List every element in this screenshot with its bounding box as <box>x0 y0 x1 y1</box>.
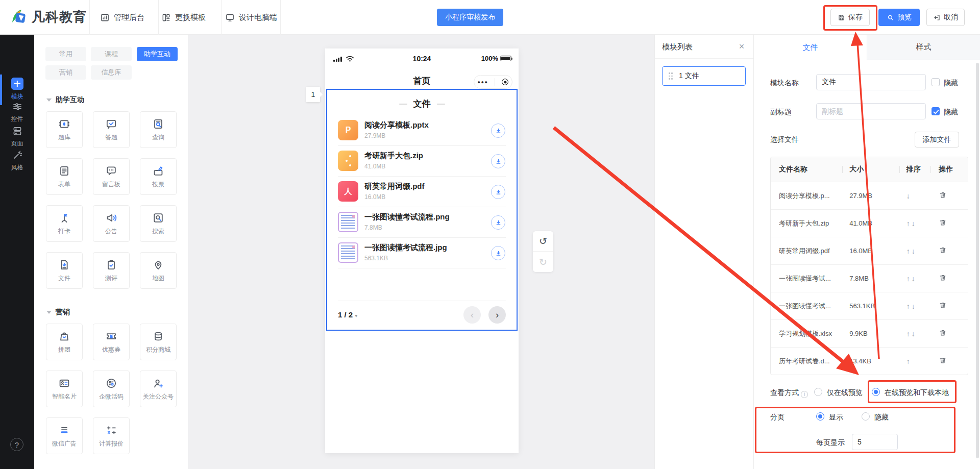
module-card-企微活码[interactable]: 企微活码 <box>93 371 130 407</box>
sort-up-icon[interactable]: ↑ <box>906 275 910 283</box>
rail-item-模块[interactable]: 模块 <box>0 78 34 101</box>
trash-icon[interactable] <box>939 218 947 227</box>
paging-option-label[interactable]: 显示 <box>829 413 843 422</box>
scrollbar-thumb[interactable] <box>976 63 979 458</box>
view-mode-radio-在线预览和下载本地[interactable] <box>872 388 880 396</box>
sort-down-icon[interactable]: ↓ <box>912 219 915 228</box>
module-card-关注公众号[interactable]: 关注公众号 <box>140 371 177 407</box>
trash-icon[interactable] <box>939 356 947 364</box>
module-card-留言板[interactable]: 留言板 <box>93 158 130 195</box>
sort-down-icon[interactable]: ↓ <box>912 275 915 283</box>
rail-item-控件[interactable]: 控件 <box>0 101 34 124</box>
download-button[interactable] <box>491 215 505 230</box>
category-tab-信息库[interactable]: 信息库 <box>91 65 132 80</box>
module-list-item-label: 1 文件 <box>679 71 699 81</box>
add-file-button[interactable]: 添加文件 <box>915 132 959 147</box>
phone-status-bar: 10:24 100% <box>325 48 519 69</box>
sort-down-icon[interactable]: ↓ <box>906 192 910 200</box>
module-card-智能名片[interactable]: 智能名片 <box>46 371 83 407</box>
category-tab-常用[interactable]: 常用 <box>45 47 86 61</box>
module-card-投票[interactable]: 投票 <box>140 158 177 195</box>
cell-file-name: 阅读分享模板.p... <box>771 191 842 201</box>
sort-up-icon[interactable]: ↑ <box>906 219 910 228</box>
module-card-公告[interactable]: 公告 <box>93 205 130 242</box>
cancel-label: 取消 <box>944 13 958 22</box>
hide-module-name-checkbox[interactable] <box>932 78 940 86</box>
sort-up-icon[interactable]: ↑ <box>906 302 910 310</box>
file-row: P阅读分享模板.pptx27.9MB <box>327 115 517 146</box>
module-card-打卡[interactable]: 打卡 <box>46 205 83 242</box>
tab-style[interactable]: 样式 <box>867 35 980 60</box>
module-card-优惠券[interactable]: 优惠券 <box>93 324 130 360</box>
trash-icon[interactable] <box>939 329 947 337</box>
redo-button[interactable]: ↻ <box>533 252 553 272</box>
view-mode-option-label[interactable]: 仅在线预览 <box>827 388 863 398</box>
save-button[interactable]: 保存 <box>830 9 870 26</box>
category-tab-营销[interactable]: 营销 <box>45 65 86 80</box>
trash-icon[interactable] <box>939 191 947 199</box>
module-card-查询[interactable]: 查询 <box>140 111 177 148</box>
publish-miniprogram-button[interactable]: 小程序审核发布 <box>437 9 503 26</box>
collapse-triangle-icon[interactable] <box>46 311 52 314</box>
module-card-计算报价[interactable]: 计算报价 <box>93 417 130 454</box>
undo-button[interactable]: ↺ <box>533 231 553 252</box>
hide-subtitle-checkbox[interactable] <box>932 107 940 115</box>
sort-down-icon[interactable]: ↓ <box>912 247 915 255</box>
download-button[interactable] <box>491 246 505 260</box>
trash-icon[interactable] <box>939 274 947 282</box>
close-icon[interactable]: × <box>736 41 747 52</box>
category-tab-课程[interactable]: 课程 <box>91 47 132 61</box>
paging-radio-隐藏[interactable] <box>862 412 870 421</box>
module-card-地图[interactable]: 地图 <box>140 252 177 289</box>
module-card-拼团[interactable]: 拼团 <box>46 324 83 360</box>
module-list-item[interactable]: 1 文件 <box>662 66 746 86</box>
view-mode-option-label[interactable]: 在线预览和下载本地 <box>885 388 949 398</box>
tab-file[interactable]: 文件 <box>754 35 867 60</box>
download-button[interactable] <box>491 185 505 199</box>
module-card-测评[interactable]: 测评 <box>93 252 130 289</box>
module-card-答题[interactable]: 答题 <box>93 111 130 148</box>
help-button[interactable]: ? <box>10 438 23 451</box>
module-card-题库[interactable]: 题库 <box>46 111 83 148</box>
module-card-label: 关注公众号 <box>143 392 174 401</box>
cancel-button[interactable]: 取消 <box>926 9 965 26</box>
per-page-input[interactable] <box>852 434 898 450</box>
view-mode-radio-仅在线预览[interactable] <box>814 388 822 396</box>
preview-button[interactable]: 预览 <box>878 9 920 26</box>
module-card-文件[interactable]: 文件 <box>46 252 83 289</box>
subtitle-input[interactable] <box>816 103 926 119</box>
prev-page-button[interactable]: ‹ <box>463 306 481 324</box>
rail-item-页面[interactable]: 页面 <box>0 126 34 148</box>
category-tab-助学互动[interactable]: 助学互动 <box>137 47 178 61</box>
paging-radio-显示[interactable] <box>816 412 824 421</box>
next-page-button[interactable]: › <box>488 306 506 324</box>
collapse-triangle-icon[interactable] <box>46 98 52 102</box>
topbar-menu-template[interactable]: 更换模板 <box>161 0 206 35</box>
sort-down-icon[interactable]: ↓ <box>912 302 915 310</box>
table-row: 学习规划模板.xlsx9.9KB↑↓ <box>771 319 968 347</box>
drag-handle-icon[interactable] <box>669 72 673 80</box>
sort-up-icon[interactable]: ↑ <box>906 247 910 255</box>
sort-up-icon[interactable]: ↑ <box>906 357 910 365</box>
more-icon[interactable]: ●●● <box>478 80 488 85</box>
topbar-menu-monitor[interactable]: 设计电脑端 <box>225 0 277 35</box>
module-name-input[interactable] <box>816 74 926 90</box>
trash-icon[interactable] <box>939 301 947 309</box>
module-card-表单[interactable]: 表单 <box>46 158 83 195</box>
page-indicator[interactable]: 1 / 2▾ <box>338 310 357 319</box>
download-button[interactable] <box>491 154 505 168</box>
topbar-menu-admin[interactable]: 管理后台 <box>100 0 144 35</box>
paging-option-label[interactable]: 隐藏 <box>874 413 889 422</box>
sort-down-icon[interactable]: ↓ <box>912 330 915 338</box>
module-card-微信广告[interactable]: 微信广告 <box>46 417 83 454</box>
rail-item-风格[interactable]: 风格 <box>0 150 34 172</box>
file-module-selection[interactable]: 文件 P阅读分享模板.pptx27.9MB考研新手大包.zip41.0MB人研英… <box>326 89 518 331</box>
sort-up-icon[interactable]: ↑ <box>906 330 910 338</box>
file-size: 41.0MB <box>364 163 385 170</box>
download-button[interactable] <box>491 124 505 138</box>
trash-icon[interactable] <box>939 246 947 254</box>
close-target-icon[interactable] <box>502 79 508 85</box>
module-card-积分商城[interactable]: 积分商城 <box>140 324 177 360</box>
module-card-搜索[interactable]: 搜索 <box>140 205 177 242</box>
miniprogram-capsule[interactable]: ●●● <box>474 75 512 89</box>
